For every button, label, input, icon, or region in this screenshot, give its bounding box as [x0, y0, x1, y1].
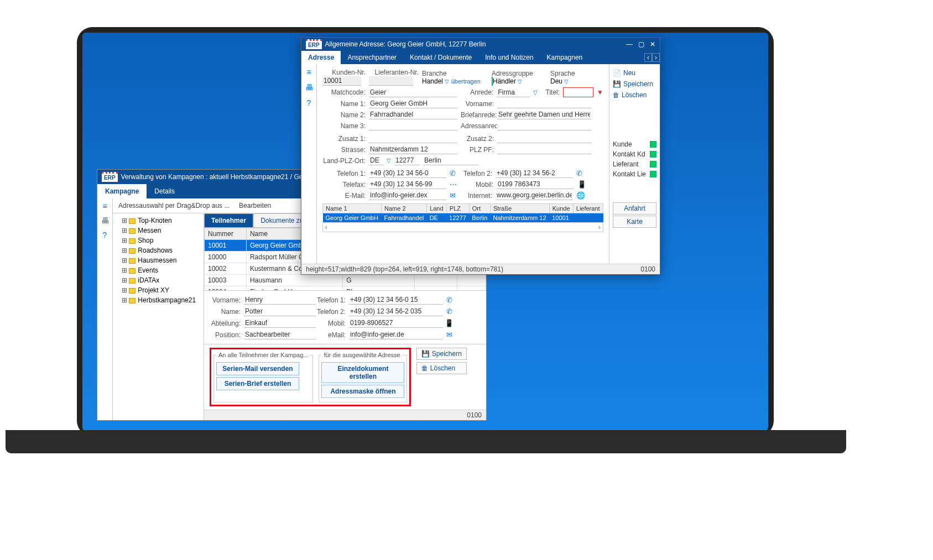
- matchcode-field[interactable]: [369, 88, 457, 97]
- mobil-field[interactable]: [349, 318, 443, 328]
- print-icon[interactable]: 🖶: [101, 216, 109, 225]
- email-field[interactable]: [349, 330, 443, 339]
- tree-item[interactable]: Roadshows: [115, 245, 201, 255]
- vorname-field[interactable]: [244, 295, 316, 305]
- lieferant-checkbox[interactable]: [650, 161, 656, 168]
- name2-field[interactable]: [369, 110, 457, 119]
- menu-icon[interactable]: ≡: [102, 202, 107, 211]
- tab-adresse[interactable]: Adresse: [301, 51, 341, 64]
- neu-button[interactable]: 📄 Neu: [613, 67, 656, 78]
- address-titlebar[interactable]: ERP Allgemeine Adresse: Georg Geier GmbH…: [301, 38, 660, 51]
- speichern-button[interactable]: 💾 Speichern: [416, 348, 466, 360]
- help-icon[interactable]: ?: [307, 98, 311, 107]
- plzpf-field[interactable]: [497, 145, 591, 154]
- tab-kampagnen[interactable]: Kampagnen: [540, 51, 590, 64]
- tab-ansprechpartner[interactable]: Ansprechpartner: [341, 51, 403, 64]
- internet-field[interactable]: [496, 191, 573, 200]
- tel2-field[interactable]: [349, 307, 443, 316]
- email-field[interactable]: [369, 191, 446, 200]
- tab-scroll-right-icon[interactable]: ›: [652, 53, 660, 62]
- maximize-icon[interactable]: ▢: [638, 40, 644, 48]
- telefax-field[interactable]: [369, 180, 446, 189]
- speichern-button[interactable]: 💾 Speichern: [613, 78, 656, 90]
- strasse-field[interactable]: [369, 145, 457, 154]
- kundennr-field[interactable]: [322, 76, 361, 86]
- mobile-icon[interactable]: 📱: [443, 319, 455, 327]
- table-row[interactable]: 10003HausmannG: [205, 275, 486, 286]
- anrede-field[interactable]: [497, 88, 530, 97]
- address-related-grid[interactable]: Name 1Name 2LandPLZOrtStraßeKundeLiefera…: [322, 203, 603, 232]
- position-field[interactable]: [244, 330, 316, 339]
- table-row[interactable]: 10004Fischer GmbHBl: [205, 286, 486, 291]
- titel-field[interactable]: [563, 87, 593, 97]
- kontakt-lie-checkbox[interactable]: [650, 171, 656, 177]
- menu-bearbeiten[interactable]: Bearbeiten: [239, 202, 271, 210]
- zusatz1-field[interactable]: [369, 134, 457, 143]
- scroll-right-icon[interactable]: ›: [598, 223, 601, 231]
- tab-kampagne[interactable]: Kampagne: [97, 184, 147, 198]
- table-row[interactable]: Georg Geier GmbHFahrradhandelDE12277Berl…: [323, 213, 603, 223]
- tab-info[interactable]: Info und Notizen: [478, 51, 540, 64]
- tab-kontakt[interactable]: Kontakt / Dokumente: [403, 51, 478, 64]
- adressmaske-button[interactable]: Adressmaske öffnen: [321, 385, 404, 398]
- telefon1-field[interactable]: [369, 169, 446, 178]
- mail-icon[interactable]: ✉: [443, 331, 455, 339]
- loeschen-button[interactable]: 🗑 Löschen: [416, 362, 466, 374]
- dropdown-icon[interactable]: ▽: [445, 78, 449, 85]
- tree-item[interactable]: Top-Knoten: [115, 216, 201, 226]
- print-icon[interactable]: 🖶: [305, 83, 313, 92]
- tree-item[interactable]: Messen: [115, 226, 201, 235]
- subtab-teilnehmer[interactable]: Teilnehmer: [204, 213, 253, 228]
- serien-brief-button[interactable]: Serien-Brief erstellen: [216, 377, 299, 390]
- dropdown-icon[interactable]: ▼: [597, 88, 603, 96]
- land-field[interactable]: [369, 156, 383, 165]
- adressanrede-field[interactable]: [497, 121, 591, 130]
- loeschen-button[interactable]: 🗑 Löschen: [613, 90, 656, 101]
- dropdown-icon[interactable]: ▽: [387, 158, 391, 164]
- help-icon[interactable]: ?: [103, 231, 107, 239]
- close-icon[interactable]: ✕: [650, 40, 655, 48]
- more-icon[interactable]: ⋯: [450, 180, 457, 189]
- kontakt-kd-checkbox[interactable]: [650, 151, 656, 158]
- menu-adressauswahl[interactable]: Adressauswahl per Drag&Drop aus ...: [118, 202, 230, 210]
- mobil-field[interactable]: [497, 180, 574, 189]
- minimize-icon[interactable]: —: [626, 40, 633, 48]
- tree-item[interactable]: Events: [115, 265, 201, 275]
- briefanrede-field[interactable]: [497, 110, 591, 119]
- col-nummer[interactable]: Nummer: [205, 228, 247, 240]
- phone-icon[interactable]: ✆: [443, 307, 455, 316]
- phone-icon[interactable]: ✆: [450, 169, 456, 177]
- telefon2-field[interactable]: [496, 169, 573, 178]
- tree-item[interactable]: Shop: [115, 235, 201, 245]
- globe-icon[interactable]: 🌐: [576, 191, 585, 200]
- lieferantennr-field[interactable]: [369, 76, 413, 86]
- mail-icon[interactable]: ✉: [450, 191, 456, 200]
- dropdown-icon[interactable]: ▽: [564, 78, 569, 85]
- tree-item[interactable]: Hausmessen: [115, 255, 201, 265]
- name1-field[interactable]: [369, 99, 457, 108]
- vorname-field[interactable]: [497, 99, 591, 108]
- tab-details[interactable]: Details: [147, 184, 183, 198]
- kunde-checkbox[interactable]: [650, 141, 656, 148]
- plz-field[interactable]: [394, 156, 420, 165]
- dropdown-icon[interactable]: ▽: [533, 90, 538, 96]
- serien-mail-button[interactable]: Serien-Mail versenden: [216, 362, 299, 375]
- dropdown-icon[interactable]: ▽: [518, 78, 522, 85]
- tree-item[interactable]: iDATAx: [115, 275, 201, 285]
- phone-icon[interactable]: ✆: [576, 169, 582, 177]
- ort-field[interactable]: [423, 156, 478, 165]
- mobile-icon[interactable]: 📱: [577, 180, 586, 189]
- tree-item[interactable]: Projekt XY: [115, 285, 201, 295]
- tel1-field[interactable]: [349, 295, 443, 305]
- scroll-left-icon[interactable]: ‹: [325, 223, 327, 231]
- anfahrt-button[interactable]: Anfahrt: [613, 202, 656, 214]
- menu-icon[interactable]: ≡: [306, 67, 311, 76]
- name-field[interactable]: [244, 307, 316, 316]
- name3-field[interactable]: [369, 121, 457, 130]
- abteilung-field[interactable]: [244, 318, 316, 328]
- phone-icon[interactable]: ✆: [443, 296, 455, 304]
- einzeldokument-button[interactable]: Einzeldokument erstellen: [321, 362, 404, 383]
- tab-scroll-left-icon[interactable]: ‹: [644, 53, 652, 62]
- zusatz2-field[interactable]: [497, 134, 591, 143]
- karte-button[interactable]: Karte: [613, 216, 656, 228]
